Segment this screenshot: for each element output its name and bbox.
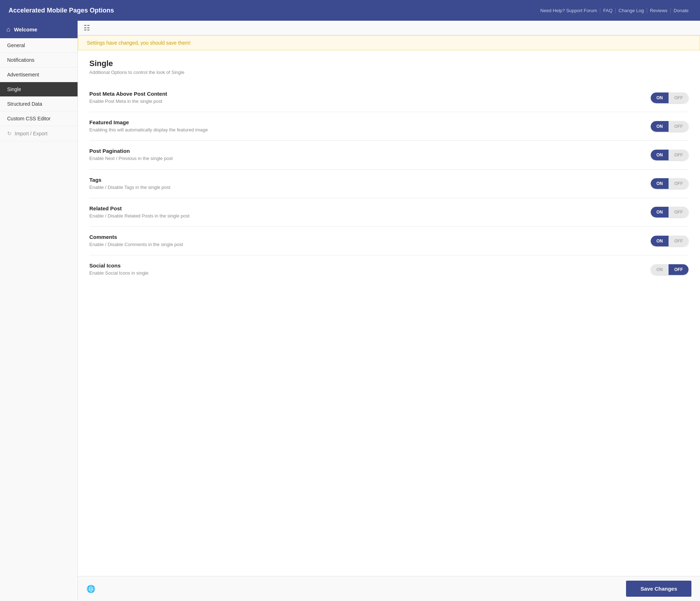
- toggle-on-post-meta: ON: [651, 92, 669, 103]
- toggle-on-comments: ON: [651, 236, 669, 246]
- sidebar-item-general[interactable]: General: [0, 38, 78, 53]
- sidebar-welcome-label: Welcome: [14, 26, 38, 32]
- option-row-tags: Tags Enable / Disable Tags in the single…: [89, 170, 689, 198]
- reviews-link[interactable]: Reviews: [647, 8, 671, 13]
- home-icon: ⌂: [6, 26, 10, 33]
- option-desc-featured-image: Enabling this will automatically display…: [89, 127, 208, 133]
- sync-icon: ↻: [7, 130, 12, 137]
- sidebar-item-single[interactable]: Single: [0, 82, 78, 97]
- sidebar-item-import-export[interactable]: ↻ Import / Export: [0, 126, 78, 141]
- option-desc-tags: Enable / Disable Tags in the single post: [89, 184, 170, 191]
- toggle-on-social-icons: ON: [651, 264, 669, 275]
- toggle-on-related-post: ON: [651, 207, 669, 217]
- toggle-on-tags: ON: [651, 178, 669, 189]
- option-desc-social-icons: Enable Social Icons in single: [89, 270, 149, 276]
- toggle-off-comments: OFF: [669, 236, 689, 246]
- toggle-comments[interactable]: ON OFF: [651, 236, 689, 246]
- option-info-related-post: Related Post Enable / Disable Related Po…: [89, 205, 189, 219]
- toggle-related-post[interactable]: ON OFF: [651, 207, 689, 217]
- main-content: ☷ Settings have changed, you should save…: [78, 21, 700, 601]
- toggle-social-icons[interactable]: ON OFF: [651, 264, 689, 275]
- option-label-related-post: Related Post: [89, 205, 189, 211]
- option-info-comments: Comments Enable / Disable Comments in th…: [89, 234, 183, 248]
- option-label-featured-image: Featured Image: [89, 119, 208, 125]
- option-info-post-meta: Post Meta Above Post Content Enable Post…: [89, 91, 167, 105]
- toggle-off-post-meta: OFF: [669, 92, 689, 103]
- option-info-featured-image: Featured Image Enabling this will automa…: [89, 119, 208, 133]
- option-label-comments: Comments: [89, 234, 183, 240]
- faq-link[interactable]: FAQ: [600, 8, 616, 13]
- sidebar-item-advertisement[interactable]: Advertisement: [0, 67, 78, 82]
- header-nav: Need Help? Support Forum FAQ Change Log …: [537, 8, 691, 13]
- alert-banner: Settings have changed, you should save t…: [78, 35, 700, 50]
- toggle-off-tags: OFF: [669, 178, 689, 189]
- sidebar: ⌂ Welcome General Notifications Advertis…: [0, 21, 78, 601]
- option-desc-related-post: Enable / Disable Related Posts in the si…: [89, 213, 189, 219]
- option-info-post-pagination: Post Pagination Enable Next / Previous i…: [89, 148, 173, 162]
- changelog-link[interactable]: Change Log: [616, 8, 647, 13]
- globe-icon: 🌐: [86, 585, 95, 593]
- option-label-post-pagination: Post Pagination: [89, 148, 173, 154]
- option-row-post-pagination: Post Pagination Enable Next / Previous i…: [89, 141, 689, 169]
- option-desc-post-meta: Enable Post Meta in the single post: [89, 98, 167, 105]
- option-desc-comments: Enable / Disable Comments in the single …: [89, 241, 183, 248]
- menu-icon[interactable]: ☷: [84, 24, 90, 32]
- option-row-social-icons: Social Icons Enable Social Icons in sing…: [89, 255, 689, 284]
- content-area: Settings have changed, you should save t…: [78, 35, 700, 576]
- option-row-comments: Comments Enable / Disable Comments in th…: [89, 227, 689, 255]
- toggle-off-related-post: OFF: [669, 207, 689, 217]
- option-row-related-post: Related Post Enable / Disable Related Po…: [89, 198, 689, 227]
- footer-bar: 🌐 Save Changes: [78, 576, 700, 601]
- sidebar-item-structured-data[interactable]: Structured Data: [0, 97, 78, 111]
- sidebar-item-welcome[interactable]: ⌂ Welcome: [0, 21, 78, 38]
- layout: ⌂ Welcome General Notifications Advertis…: [0, 21, 700, 601]
- option-info-social-icons: Social Icons Enable Social Icons in sing…: [89, 262, 149, 276]
- toggle-off-social-icons: OFF: [669, 264, 689, 275]
- toggle-on-post-pagination: ON: [651, 150, 669, 160]
- option-row-post-meta: Post Meta Above Post Content Enable Post…: [89, 84, 689, 112]
- toggle-tags[interactable]: ON OFF: [651, 178, 689, 189]
- donate-link[interactable]: Donate: [671, 8, 691, 13]
- option-desc-post-pagination: Enable Next / Previous in the single pos…: [89, 155, 173, 162]
- option-label-social-icons: Social Icons: [89, 262, 149, 269]
- option-row-featured-image: Featured Image Enabling this will automa…: [89, 112, 689, 141]
- sidebar-item-notifications[interactable]: Notifications: [0, 53, 78, 67]
- toggle-on-featured-image: ON: [651, 121, 669, 132]
- option-label-post-meta: Post Meta Above Post Content: [89, 91, 167, 97]
- option-info-tags: Tags Enable / Disable Tags in the single…: [89, 177, 170, 191]
- toggle-post-meta[interactable]: ON OFF: [651, 92, 689, 103]
- toolbar: ☷: [78, 21, 700, 35]
- save-changes-button[interactable]: Save Changes: [626, 581, 691, 597]
- option-label-tags: Tags: [89, 177, 170, 183]
- toggle-featured-image[interactable]: ON OFF: [651, 121, 689, 132]
- toggle-post-pagination[interactable]: ON OFF: [651, 150, 689, 160]
- section-subtitle: Additional Options to control the look o…: [89, 70, 689, 75]
- alert-message: Settings have changed, you should save t…: [87, 40, 190, 46]
- support-forum-link[interactable]: Need Help? Support Forum: [537, 8, 600, 13]
- content-inner: Single Additional Options to control the…: [78, 50, 700, 292]
- toggle-off-post-pagination: OFF: [669, 150, 689, 160]
- sidebar-item-custom-css[interactable]: Custom CSS Editor: [0, 111, 78, 126]
- header: Accelerated Mobile Pages Options Need He…: [0, 0, 700, 21]
- toggle-off-featured-image: OFF: [669, 121, 689, 132]
- app-title: Accelerated Mobile Pages Options: [9, 7, 114, 14]
- section-title: Single: [89, 59, 689, 68]
